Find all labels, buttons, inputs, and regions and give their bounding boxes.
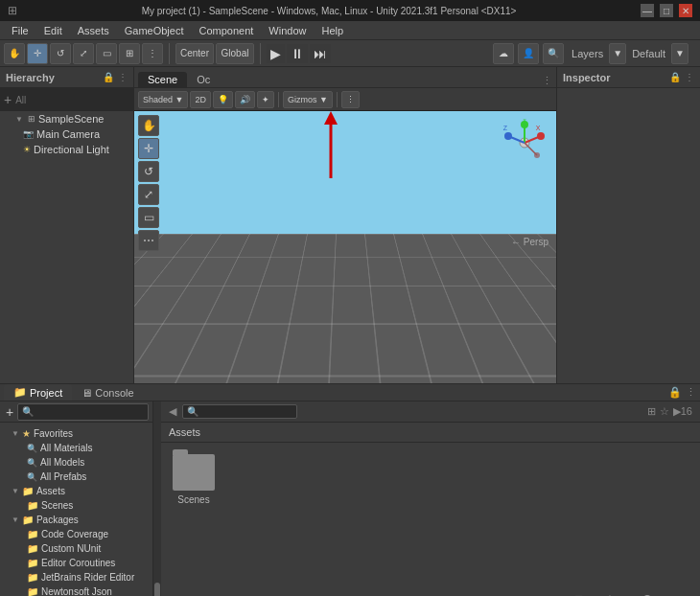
scene-rect-btn[interactable]: ▭	[138, 207, 159, 228]
layout-dropdown[interactable]: ▼	[671, 43, 688, 64]
svg-text:Z: Z	[503, 125, 508, 131]
proj-assets[interactable]: ▼ 📁 Assets	[0, 484, 152, 498]
maximize-button[interactable]: □	[660, 4, 673, 17]
hierarchy-add-icon[interactable]: +	[4, 92, 12, 107]
proj-all-materials[interactable]: 🔍 All Materials	[0, 441, 152, 455]
assets-toolbar: ◀ ⊞ ☆ ▶16	[161, 401, 700, 423]
collab-button[interactable]: ☁	[493, 43, 514, 64]
project-panel: + ▼ ★ Favorites 🔍 All Materials 🔍 All Mo…	[0, 401, 153, 596]
persp-label: ← Persp	[511, 237, 548, 247]
hierarchy-item-samplescene[interactable]: ▼ ⊞ SampleScene	[0, 111, 133, 126]
hierarchy-menu-icon[interactable]: ⋮	[118, 72, 128, 82]
close-button[interactable]: ✕	[679, 4, 692, 17]
pivot-tools: Center Global	[175, 43, 261, 64]
scene-gizmo: X Y Z	[501, 119, 548, 167]
scene-gizmos-button[interactable]: Gizmos ▼	[283, 91, 333, 108]
search-button[interactable]: 🔍	[543, 43, 564, 64]
project-tree: ▼ ★ Favorites 🔍 All Materials 🔍 All Mode…	[0, 423, 152, 596]
layers-dropdown[interactable]: ▼	[609, 43, 626, 64]
window-controls[interactable]: — □ ✕	[641, 4, 692, 17]
all-materials-label: All Materials	[40, 443, 92, 453]
transform-tools: ✋ ✛ ↺ ⤢ ▭ ⊞ ⋮	[4, 43, 170, 64]
scene-rotate-btn[interactable]: ↺	[138, 161, 159, 182]
proj-custom-nunit[interactable]: 📁 Custom NUnit	[0, 541, 152, 556]
scene-more-button[interactable]: ⋮	[341, 91, 360, 108]
project-add-icon[interactable]: +	[6, 404, 13, 420]
menu-help[interactable]: Help	[314, 21, 351, 39]
custom-tool-button[interactable]: ⋮	[142, 43, 163, 64]
bottom-tabs: 📁 Project 🖥 Console 🔒 ⋮	[0, 384, 700, 401]
project-scrollbar[interactable]	[153, 401, 161, 596]
inspector-lock-icon[interactable]: 🔒	[669, 72, 681, 82]
menu-assets[interactable]: Assets	[70, 21, 117, 39]
inspector-menu-icon[interactable]: ⋮	[685, 72, 694, 82]
pivot-button[interactable]: Center	[175, 43, 214, 64]
transform-tool-button[interactable]: ⊞	[119, 43, 140, 64]
rect-tool-button[interactable]: ▭	[96, 43, 117, 64]
tab-oc[interactable]: Oc	[187, 72, 220, 87]
packages-folder-icon: 📁	[22, 515, 34, 525]
hierarchy-item-directionallight[interactable]: ☀ Directional Light	[0, 142, 133, 157]
hierarchy-search-input[interactable]	[12, 90, 129, 109]
minimize-button[interactable]: —	[641, 4, 654, 17]
scene-audio-button[interactable]: 🔊	[235, 91, 255, 108]
assets-view-icon2[interactable]: ☆	[660, 405, 669, 418]
global-button[interactable]: Global	[216, 43, 254, 64]
proj-newtonsoft[interactable]: 📁 Newtonsoft Json	[0, 585, 152, 596]
scene-scale-btn[interactable]: ⤢	[138, 184, 159, 205]
asset-scenes-folder[interactable]: Scenes	[169, 450, 219, 509]
assets-folder-icon: 📁	[22, 486, 34, 496]
shading-dropdown[interactable]: Shaded ▼	[138, 91, 188, 108]
assets-nav-up-icon[interactable]: ◀	[169, 405, 176, 418]
favorites-label: Favorites	[34, 428, 73, 439]
bottom-panel-lock-icon[interactable]: 🔒	[668, 386, 682, 399]
scene-2d-button[interactable]: 2D	[190, 91, 211, 108]
scene-hand-btn[interactable]: ✋	[138, 115, 159, 136]
step-button[interactable]: ⏭	[310, 44, 331, 63]
proj-jetbrains[interactable]: 📁 JetBrains Rider Editor	[0, 570, 152, 585]
tab-scene[interactable]: Scene	[138, 72, 187, 87]
project-search-input[interactable]	[17, 403, 149, 421]
proj-packages[interactable]: ▼ 📁 Packages	[0, 513, 152, 527]
scale-tool-button[interactable]: ⤢	[73, 43, 94, 64]
scene-light-button[interactable]: 💡	[213, 91, 233, 108]
scene-custom-btn[interactable]: ⋯	[138, 230, 159, 251]
proj-code-coverage[interactable]: 📁 Code Coverage	[0, 527, 152, 541]
scene-panel-icon[interactable]: ⋮	[542, 75, 552, 87]
all-materials-icon: 🔍	[27, 444, 37, 453]
hierarchy-item-maincamera[interactable]: 📷 Main Camera	[0, 126, 133, 142]
menu-file[interactable]: File	[4, 21, 36, 39]
rotate-tool-button[interactable]: ↺	[50, 43, 71, 64]
scene-move-btn[interactable]: ✛	[138, 138, 159, 159]
all-prefabs-label: All Prefabs	[40, 471, 86, 482]
tab-console[interactable]: 🖥 Console	[72, 385, 143, 401]
menu-window[interactable]: Window	[261, 21, 314, 39]
assets-view-icon1[interactable]: ⊞	[647, 405, 656, 418]
hierarchy-icons: 🔒 ⋮	[103, 72, 128, 82]
scene-fx-button[interactable]: ✦	[257, 91, 274, 108]
account-button[interactable]: 👤	[518, 43, 539, 64]
pause-button[interactable]: ⏸	[287, 44, 308, 63]
hierarchy-lock-icon[interactable]: 🔒	[103, 72, 114, 82]
proj-favorites[interactable]: ▼ ★ Favorites	[0, 426, 152, 441]
menu-edit[interactable]: Edit	[36, 21, 70, 39]
bottom-panel-menu-icon[interactable]: ⋮	[686, 386, 696, 399]
hand-tool-button[interactable]: ✋	[4, 43, 25, 64]
samplescene-label: SampleScene	[38, 113, 105, 125]
favorites-arrow: ▼	[12, 429, 19, 438]
scene-viewport[interactable]: ✋ ✛ ↺ ⤢ ▭ ⋯	[134, 111, 556, 383]
move-tool-button[interactable]: ✛	[27, 43, 48, 64]
code-coverage-label: Code Coverage	[41, 529, 108, 539]
assets-search-input[interactable]	[182, 404, 297, 419]
play-button[interactable]: ▶	[267, 44, 285, 63]
proj-editor-coroutines[interactable]: 📁 Editor Coroutines	[0, 556, 152, 570]
project-scrollbar-thumb[interactable]	[154, 583, 160, 596]
project-toolbar: +	[0, 401, 152, 423]
proj-all-models[interactable]: 🔍 All Models	[0, 455, 152, 470]
tab-project[interactable]: 📁 Project	[4, 384, 72, 401]
proj-scenes[interactable]: 📁 Scenes	[0, 498, 152, 513]
proj-all-prefabs[interactable]: 🔍 All Prefabs	[0, 470, 152, 484]
menu-component[interactable]: Component	[191, 21, 261, 39]
menu-gameobject[interactable]: GameObject	[117, 21, 192, 39]
scenes-asset-label: Scenes	[177, 494, 209, 505]
